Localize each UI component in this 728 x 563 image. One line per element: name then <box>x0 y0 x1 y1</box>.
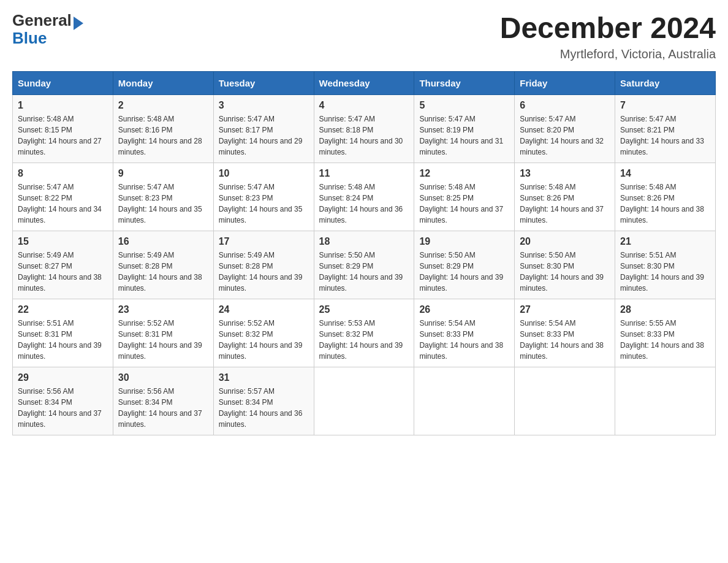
day-info: Sunrise: 5:47 AMSunset: 8:20 PMDaylight:… <box>520 113 610 158</box>
header-wednesday: Wednesday <box>314 71 414 94</box>
header-monday: Monday <box>113 71 213 94</box>
day-info: Sunrise: 5:47 AMSunset: 8:21 PMDaylight:… <box>620 113 710 158</box>
day-number: 15 <box>18 236 108 247</box>
day-number: 31 <box>219 372 309 383</box>
calendar-header-row: SundayMondayTuesdayWednesdayThursdayFrid… <box>13 71 716 94</box>
title-block: December 2024 Myrtleford, Victoria, Aust… <box>500 12 716 61</box>
day-number: 5 <box>419 100 509 111</box>
calendar-cell <box>314 367 414 435</box>
calendar-cell: 19Sunrise: 5:50 AMSunset: 8:29 PMDayligh… <box>414 231 515 299</box>
day-info: Sunrise: 5:47 AMSunset: 8:22 PMDaylight:… <box>18 182 108 226</box>
calendar-cell: 3Sunrise: 5:47 AMSunset: 8:17 PMDaylight… <box>213 94 314 163</box>
calendar-table: SundayMondayTuesdayWednesdayThursdayFrid… <box>12 71 716 435</box>
day-info: Sunrise: 5:48 AMSunset: 8:26 PMDaylight:… <box>520 182 610 226</box>
day-info: Sunrise: 5:54 AMSunset: 8:33 PMDaylight:… <box>520 318 610 362</box>
header-tuesday: Tuesday <box>213 71 314 94</box>
day-number: 8 <box>18 168 108 179</box>
day-number: 3 <box>219 100 309 111</box>
day-number: 19 <box>419 236 509 247</box>
day-info: Sunrise: 5:57 AMSunset: 8:34 PMDaylight:… <box>219 386 309 430</box>
logo: General Blue <box>12 12 83 46</box>
day-info: Sunrise: 5:54 AMSunset: 8:33 PMDaylight:… <box>419 318 509 362</box>
day-number: 11 <box>319 168 409 179</box>
calendar-cell: 25Sunrise: 5:53 AMSunset: 8:32 PMDayligh… <box>314 299 414 367</box>
calendar-cell: 11Sunrise: 5:48 AMSunset: 8:24 PMDayligh… <box>314 163 414 231</box>
day-number: 16 <box>118 236 208 247</box>
location-subtitle: Myrtleford, Victoria, Australia <box>500 47 716 61</box>
logo-line1: General <box>12 12 83 30</box>
calendar-cell: 9Sunrise: 5:47 AMSunset: 8:23 PMDaylight… <box>113 163 213 231</box>
header-friday: Friday <box>515 71 615 94</box>
calendar-cell <box>414 367 515 435</box>
day-info: Sunrise: 5:50 AMSunset: 8:29 PMDaylight:… <box>419 250 509 294</box>
day-info: Sunrise: 5:47 AMSunset: 8:17 PMDaylight:… <box>219 113 309 158</box>
calendar-cell: 31Sunrise: 5:57 AMSunset: 8:34 PMDayligh… <box>213 367 314 435</box>
header-sunday: Sunday <box>13 71 113 94</box>
calendar-week-row: 1Sunrise: 5:48 AMSunset: 8:15 PMDaylight… <box>13 94 716 163</box>
calendar-cell: 18Sunrise: 5:50 AMSunset: 8:29 PMDayligh… <box>314 231 414 299</box>
day-info: Sunrise: 5:56 AMSunset: 8:34 PMDaylight:… <box>118 386 208 430</box>
calendar-cell: 29Sunrise: 5:56 AMSunset: 8:34 PMDayligh… <box>13 367 113 435</box>
calendar-week-row: 22Sunrise: 5:51 AMSunset: 8:31 PMDayligh… <box>13 299 716 367</box>
header-saturday: Saturday <box>615 71 716 94</box>
calendar-cell <box>615 367 716 435</box>
day-number: 2 <box>118 100 208 111</box>
day-number: 6 <box>520 100 610 111</box>
day-number: 17 <box>219 236 309 247</box>
day-info: Sunrise: 5:52 AMSunset: 8:31 PMDaylight:… <box>118 318 208 362</box>
calendar-cell: 30Sunrise: 5:56 AMSunset: 8:34 PMDayligh… <box>113 367 213 435</box>
day-number: 18 <box>319 236 409 247</box>
day-number: 28 <box>620 304 710 315</box>
calendar-week-row: 8Sunrise: 5:47 AMSunset: 8:22 PMDaylight… <box>13 163 716 231</box>
day-number: 1 <box>18 100 108 111</box>
month-year-title: December 2024 <box>500 12 716 45</box>
calendar-cell: 24Sunrise: 5:52 AMSunset: 8:32 PMDayligh… <box>213 299 314 367</box>
calendar-cell: 2Sunrise: 5:48 AMSunset: 8:16 PMDaylight… <box>113 94 213 163</box>
day-info: Sunrise: 5:49 AMSunset: 8:27 PMDaylight:… <box>18 250 108 294</box>
day-number: 23 <box>118 304 208 315</box>
day-info: Sunrise: 5:55 AMSunset: 8:33 PMDaylight:… <box>620 318 710 362</box>
day-number: 24 <box>219 304 309 315</box>
day-info: Sunrise: 5:47 AMSunset: 8:23 PMDaylight:… <box>118 182 208 226</box>
day-info: Sunrise: 5:51 AMSunset: 8:31 PMDaylight:… <box>18 318 108 362</box>
calendar-cell: 27Sunrise: 5:54 AMSunset: 8:33 PMDayligh… <box>515 299 615 367</box>
calendar-cell: 4Sunrise: 5:47 AMSunset: 8:18 PMDaylight… <box>314 94 414 163</box>
calendar-cell: 20Sunrise: 5:50 AMSunset: 8:30 PMDayligh… <box>515 231 615 299</box>
header-thursday: Thursday <box>414 71 515 94</box>
day-number: 30 <box>118 372 208 383</box>
calendar-cell: 13Sunrise: 5:48 AMSunset: 8:26 PMDayligh… <box>515 163 615 231</box>
calendar-cell: 7Sunrise: 5:47 AMSunset: 8:21 PMDaylight… <box>615 94 716 163</box>
day-info: Sunrise: 5:50 AMSunset: 8:30 PMDaylight:… <box>520 250 610 294</box>
calendar-cell: 5Sunrise: 5:47 AMSunset: 8:19 PMDaylight… <box>414 94 515 163</box>
day-info: Sunrise: 5:48 AMSunset: 8:15 PMDaylight:… <box>18 113 108 158</box>
day-number: 25 <box>319 304 409 315</box>
day-info: Sunrise: 5:48 AMSunset: 8:26 PMDaylight:… <box>620 182 710 226</box>
day-number: 9 <box>118 168 208 179</box>
page-header: General Blue December 2024 Myrtleford, V… <box>12 12 716 61</box>
day-number: 20 <box>520 236 610 247</box>
calendar-cell: 17Sunrise: 5:49 AMSunset: 8:28 PMDayligh… <box>213 231 314 299</box>
calendar-cell: 15Sunrise: 5:49 AMSunset: 8:27 PMDayligh… <box>13 231 113 299</box>
day-info: Sunrise: 5:50 AMSunset: 8:29 PMDaylight:… <box>319 250 409 294</box>
calendar-cell: 6Sunrise: 5:47 AMSunset: 8:20 PMDaylight… <box>515 94 615 163</box>
calendar-cell: 14Sunrise: 5:48 AMSunset: 8:26 PMDayligh… <box>615 163 716 231</box>
calendar-cell: 10Sunrise: 5:47 AMSunset: 8:23 PMDayligh… <box>213 163 314 231</box>
day-info: Sunrise: 5:48 AMSunset: 8:24 PMDaylight:… <box>319 182 409 226</box>
day-number: 10 <box>219 168 309 179</box>
day-number: 4 <box>319 100 409 111</box>
day-number: 14 <box>620 168 710 179</box>
day-info: Sunrise: 5:48 AMSunset: 8:25 PMDaylight:… <box>419 182 509 226</box>
day-info: Sunrise: 5:53 AMSunset: 8:32 PMDaylight:… <box>319 318 409 362</box>
calendar-cell: 23Sunrise: 5:52 AMSunset: 8:31 PMDayligh… <box>113 299 213 367</box>
day-number: 13 <box>520 168 610 179</box>
calendar-cell: 22Sunrise: 5:51 AMSunset: 8:31 PMDayligh… <box>13 299 113 367</box>
day-number: 26 <box>419 304 509 315</box>
day-info: Sunrise: 5:47 AMSunset: 8:18 PMDaylight:… <box>319 113 409 158</box>
day-number: 7 <box>620 100 710 111</box>
day-info: Sunrise: 5:47 AMSunset: 8:23 PMDaylight:… <box>219 182 309 226</box>
calendar-cell: 26Sunrise: 5:54 AMSunset: 8:33 PMDayligh… <box>414 299 515 367</box>
day-info: Sunrise: 5:49 AMSunset: 8:28 PMDaylight:… <box>219 250 309 294</box>
calendar-week-row: 15Sunrise: 5:49 AMSunset: 8:27 PMDayligh… <box>13 231 716 299</box>
day-number: 21 <box>620 236 710 247</box>
day-info: Sunrise: 5:47 AMSunset: 8:19 PMDaylight:… <box>419 113 509 158</box>
